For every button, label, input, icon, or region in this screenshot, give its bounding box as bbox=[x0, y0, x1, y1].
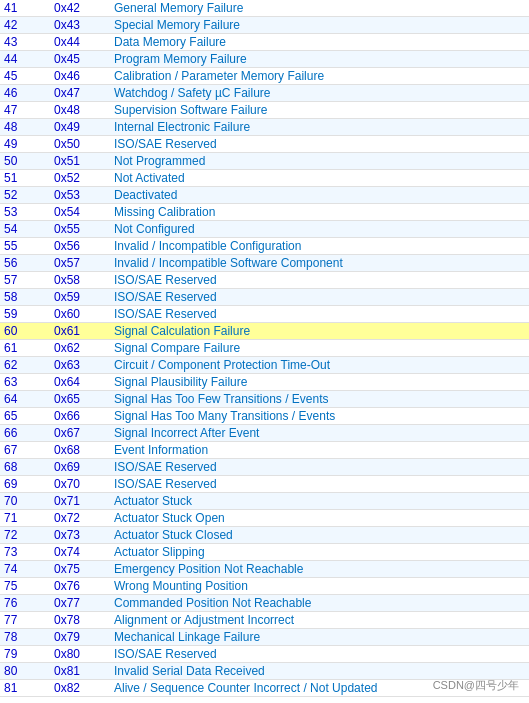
table-row: 740x75Emergency Position Not Reachable bbox=[0, 561, 529, 578]
row-index: 65 bbox=[0, 408, 50, 424]
row-hex: 0x65 bbox=[50, 391, 110, 407]
table-row: 750x76Wrong Mounting Position bbox=[0, 578, 529, 595]
row-desc: Signal Incorrect After Event bbox=[110, 425, 529, 441]
row-desc: Signal Has Too Few Transitions / Events bbox=[110, 391, 529, 407]
row-index: 43 bbox=[0, 34, 50, 50]
row-hex: 0x54 bbox=[50, 204, 110, 220]
row-desc: Actuator Slipping bbox=[110, 544, 529, 560]
row-desc: Special Memory Failure bbox=[110, 17, 529, 33]
row-index: 41 bbox=[0, 0, 50, 16]
table-row: 780x79Mechanical Linkage Failure bbox=[0, 629, 529, 646]
row-hex: 0x51 bbox=[50, 153, 110, 169]
table-row: 620x63Circuit / Component Protection Tim… bbox=[0, 357, 529, 374]
row-index: 58 bbox=[0, 289, 50, 305]
row-index: 79 bbox=[0, 646, 50, 662]
row-index: 77 bbox=[0, 612, 50, 628]
row-index: 57 bbox=[0, 272, 50, 288]
table-row: 670x68Event Information bbox=[0, 442, 529, 459]
row-index: 51 bbox=[0, 170, 50, 186]
row-desc: Invalid Serial Data Received bbox=[110, 663, 529, 679]
table-row: 570x58ISO/SAE Reserved bbox=[0, 272, 529, 289]
table-row: 650x66Signal Has Too Many Transitions / … bbox=[0, 408, 529, 425]
row-hex: 0x79 bbox=[50, 629, 110, 645]
row-index: 67 bbox=[0, 442, 50, 458]
row-index: 75 bbox=[0, 578, 50, 594]
row-desc: Mechanical Linkage Failure bbox=[110, 629, 529, 645]
row-index: 47 bbox=[0, 102, 50, 118]
row-index: 71 bbox=[0, 510, 50, 526]
row-hex: 0x74 bbox=[50, 544, 110, 560]
row-hex: 0x50 bbox=[50, 136, 110, 152]
table-row: 610x62Signal Compare Failure bbox=[0, 340, 529, 357]
row-desc: Not Activated bbox=[110, 170, 529, 186]
table-row: 760x77Commanded Position Not Reachable bbox=[0, 595, 529, 612]
row-desc: Emergency Position Not Reachable bbox=[110, 561, 529, 577]
table-row: 440x45Program Memory Failure bbox=[0, 51, 529, 68]
table-row: 710x72Actuator Stuck Open bbox=[0, 510, 529, 527]
row-index: 52 bbox=[0, 187, 50, 203]
row-hex: 0x52 bbox=[50, 170, 110, 186]
row-desc: ISO/SAE Reserved bbox=[110, 272, 529, 288]
row-hex: 0x81 bbox=[50, 663, 110, 679]
row-index: 73 bbox=[0, 544, 50, 560]
row-index: 59 bbox=[0, 306, 50, 322]
table-row: 410x42General Memory Failure bbox=[0, 0, 529, 17]
row-hex: 0x70 bbox=[50, 476, 110, 492]
row-hex: 0x59 bbox=[50, 289, 110, 305]
row-index: 80 bbox=[0, 663, 50, 679]
table-row: 500x51Not Programmed bbox=[0, 153, 529, 170]
table-row: 790x80ISO/SAE Reserved bbox=[0, 646, 529, 663]
row-index: 62 bbox=[0, 357, 50, 373]
row-desc: Circuit / Component Protection Time-Out bbox=[110, 357, 529, 373]
row-hex: 0x47 bbox=[50, 85, 110, 101]
row-hex: 0x60 bbox=[50, 306, 110, 322]
row-hex: 0x62 bbox=[50, 340, 110, 356]
row-desc: Calibration / Parameter Memory Failure bbox=[110, 68, 529, 84]
table-row: 720x73Actuator Stuck Closed bbox=[0, 527, 529, 544]
row-desc: Actuator Stuck Closed bbox=[110, 527, 529, 543]
row-hex: 0x66 bbox=[50, 408, 110, 424]
row-desc: Deactivated bbox=[110, 187, 529, 203]
table-row: 700x71Actuator Stuck bbox=[0, 493, 529, 510]
row-hex: 0x64 bbox=[50, 374, 110, 390]
row-index: 46 bbox=[0, 85, 50, 101]
row-desc: Commanded Position Not Reachable bbox=[110, 595, 529, 611]
row-hex: 0x63 bbox=[50, 357, 110, 373]
row-desc: Event Information bbox=[110, 442, 529, 458]
row-index: 68 bbox=[0, 459, 50, 475]
row-index: 48 bbox=[0, 119, 50, 135]
row-hex: 0x48 bbox=[50, 102, 110, 118]
row-hex: 0x43 bbox=[50, 17, 110, 33]
table-row: 730x74Actuator Slipping bbox=[0, 544, 529, 561]
row-desc: Invalid / Incompatible Configuration bbox=[110, 238, 529, 254]
table-row: 420x43Special Memory Failure bbox=[0, 17, 529, 34]
table-row: 540x55Not Configured bbox=[0, 221, 529, 238]
row-desc: ISO/SAE Reserved bbox=[110, 136, 529, 152]
row-hex: 0x69 bbox=[50, 459, 110, 475]
table-row: 560x57Invalid / Incompatible Software Co… bbox=[0, 255, 529, 272]
row-desc: Signal Plausibility Failure bbox=[110, 374, 529, 390]
row-desc: Invalid / Incompatible Software Componen… bbox=[110, 255, 529, 271]
row-hex: 0x53 bbox=[50, 187, 110, 203]
row-desc: Program Memory Failure bbox=[110, 51, 529, 67]
table-row: 770x78Alignment or Adjustment Incorrect bbox=[0, 612, 529, 629]
row-index: 74 bbox=[0, 561, 50, 577]
row-desc: Signal Compare Failure bbox=[110, 340, 529, 356]
table-row: 480x49Internal Electronic Failure bbox=[0, 119, 529, 136]
table-row: 690x70ISO/SAE Reserved bbox=[0, 476, 529, 493]
table-row: 630x64Signal Plausibility Failure bbox=[0, 374, 529, 391]
row-hex: 0x68 bbox=[50, 442, 110, 458]
row-hex: 0x42 bbox=[50, 0, 110, 16]
row-index: 63 bbox=[0, 374, 50, 390]
row-desc: Supervision Software Failure bbox=[110, 102, 529, 118]
row-desc: Actuator Stuck bbox=[110, 493, 529, 509]
table-row: 520x53Deactivated bbox=[0, 187, 529, 204]
row-index: 45 bbox=[0, 68, 50, 84]
table-row: 590x60ISO/SAE Reserved bbox=[0, 306, 529, 323]
row-desc: ISO/SAE Reserved bbox=[110, 289, 529, 305]
row-hex: 0x75 bbox=[50, 561, 110, 577]
row-index: 60 bbox=[0, 323, 50, 339]
row-hex: 0x46 bbox=[50, 68, 110, 84]
row-hex: 0x82 bbox=[50, 680, 110, 696]
row-hex: 0x73 bbox=[50, 527, 110, 543]
